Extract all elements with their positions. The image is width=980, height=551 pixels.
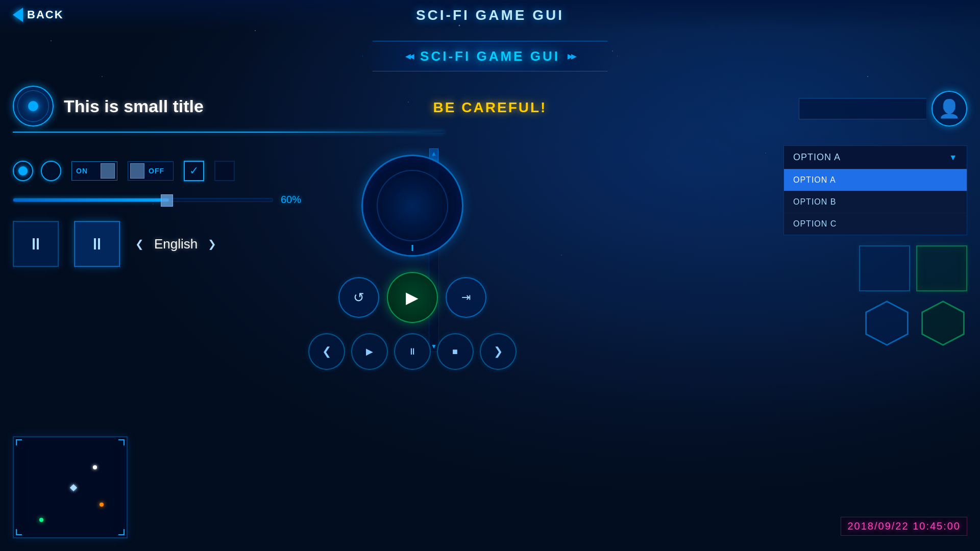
skip-next-button[interactable]: ❯ <box>480 333 517 370</box>
back-button[interactable]: BACK <box>13 8 64 22</box>
dial-inner <box>377 170 448 241</box>
map-dot-orange <box>100 503 104 507</box>
back-label: BACK <box>27 8 64 21</box>
small-title: This is small title <box>64 96 204 116</box>
map-dot-white <box>93 465 97 469</box>
top-bar: SCI-FI GAME GUI <box>0 0 980 31</box>
circle-icon <box>13 86 54 127</box>
dropdown-option-c[interactable]: OPTION C <box>784 213 967 235</box>
checkbox-checked[interactable]: ✓ <box>184 161 204 181</box>
dial[interactable] <box>361 155 463 257</box>
play-sm-button[interactable]: ▶ <box>351 333 388 370</box>
replay-button[interactable]: ↺ <box>338 277 379 318</box>
avatar: 👤 <box>932 91 967 127</box>
profile-bar <box>799 98 926 119</box>
hexagon-1[interactable] <box>863 299 911 347</box>
checkbox-empty[interactable] <box>214 161 235 181</box>
skip-prev-button[interactable]: ❮ <box>308 333 345 370</box>
radio-button-2[interactable] <box>41 161 61 181</box>
warning-text: BE CAREFUL! <box>433 99 547 116</box>
language-selector: ❮ English ❯ <box>135 236 216 252</box>
slider-fill <box>13 198 169 202</box>
map-dot-green <box>39 518 43 522</box>
profile-section: 👤 <box>799 91 967 127</box>
svg-marker-0 <box>866 302 908 345</box>
toggle-off[interactable]: OFF <box>128 161 174 181</box>
toggle-on-thumb <box>101 163 115 179</box>
mini-map <box>13 436 128 538</box>
toggle-on[interactable]: ON <box>71 161 117 181</box>
slider-track[interactable] <box>13 198 273 202</box>
radio-button-1[interactable] <box>13 161 33 181</box>
map-corner-tl <box>16 439 22 445</box>
language-label: English <box>154 236 198 252</box>
dropdown-header[interactable]: OPTION A ▼ <box>784 146 967 169</box>
lang-prev-arrow[interactable]: ❮ <box>135 238 144 250</box>
right-panel: OPTION A ▼ OPTION A OPTION B OPTION C <box>783 145 967 347</box>
exit-button[interactable]: ⇥ <box>446 277 486 318</box>
pause-button-dark[interactable]: ⏸ <box>13 221 59 267</box>
title-underline <box>13 132 444 133</box>
square-button-1[interactable] <box>859 245 910 291</box>
hex-row <box>783 299 967 347</box>
buttons-grid <box>783 245 967 291</box>
radio-group <box>13 161 61 181</box>
main-media-buttons: ↺ ▶ ⇥ <box>268 272 556 323</box>
dial-wrapper <box>268 155 556 257</box>
svg-marker-1 <box>922 302 964 345</box>
play-button[interactable]: ▶ <box>387 272 438 323</box>
map-diamond <box>70 484 77 491</box>
dropdown-arrow-icon: ▼ <box>949 153 958 162</box>
toggle-on-label: ON <box>72 167 92 175</box>
controls-row: ON OFF ✓ <box>13 161 301 181</box>
hexagon-2[interactable] <box>919 299 967 347</box>
lang-next-arrow[interactable]: ❯ <box>208 238 216 250</box>
dropdown-selected-label: OPTION A <box>793 152 841 163</box>
top-title: SCI-FI GAME GUI <box>416 7 564 23</box>
map-corner-tr <box>118 439 125 445</box>
circle-center-dot <box>28 101 38 111</box>
pause-button-light[interactable]: ⏸ <box>74 221 120 267</box>
header-banner: SCI-FI GAME GUI <box>362 41 618 71</box>
map-corner-br <box>118 529 125 535</box>
pause-icon-dark: ⏸ <box>28 235 44 254</box>
media-section: ⏸ ⏸ ❮ English ❯ <box>13 221 301 267</box>
toggle-off-thumb <box>130 163 144 179</box>
back-arrow-icon <box>13 8 23 22</box>
dropdown-option-b[interactable]: OPTION B <box>784 191 967 213</box>
header-title: SCI-FI GAME GUI <box>420 48 560 64</box>
center-controls-area: ↺ ▶ ⇥ ❮ ▶ ⏸ ■ ❯ <box>268 155 556 370</box>
timestamp: 2018/09/22 10:45:00 <box>841 517 967 536</box>
stop-button[interactable]: ■ <box>437 333 474 370</box>
dropdown: OPTION A ▼ OPTION A OPTION B OPTION C <box>783 145 967 235</box>
small-title-section: This is small title <box>13 86 204 127</box>
dial-tick <box>411 245 413 251</box>
bottom-media-buttons: ❮ ▶ ⏸ ■ ❯ <box>268 333 556 370</box>
map-corner-bl <box>16 529 22 535</box>
pause-icon-light: ⏸ <box>89 235 105 254</box>
square-button-2[interactable] <box>916 245 967 291</box>
slider-thumb[interactable] <box>161 194 173 207</box>
pause-sm-button[interactable]: ⏸ <box>394 333 431 370</box>
dropdown-option-a[interactable]: OPTION A <box>784 169 967 191</box>
slider-row: 60% <box>13 194 301 206</box>
toggle-off-label: OFF <box>144 167 168 175</box>
